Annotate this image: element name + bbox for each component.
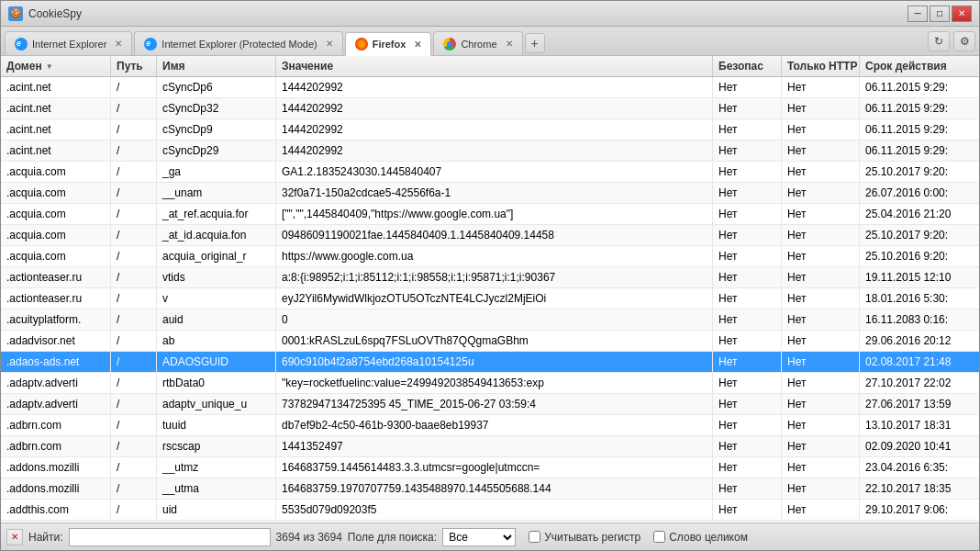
cell-domain: .acint.net — [1, 98, 111, 118]
cell-name: cSyncDp32 — [157, 98, 276, 118]
tab-ie1[interactable]: Internet Explorer ✕ — [5, 31, 132, 55]
table-row[interactable]: .addons.mozilli/__utma164683759.19707077… — [1, 478, 979, 500]
add-tab-button[interactable]: + — [525, 33, 545, 53]
cell-value: 73782947134725395 45_TIME_2015-06-27 03:… — [276, 394, 713, 414]
table-row[interactable]: .acquia.com/__unam32f0a71-150a2cdcae5-42… — [1, 183, 979, 204]
header-expires[interactable]: Срок действия — [860, 56, 979, 76]
whole-word-group: Слово целиком — [653, 531, 748, 544]
cell-expires: 22.10.2017 18:35 — [860, 478, 979, 499]
cell-domain: .acquia.com — [1, 162, 111, 182]
cell-name: tuuid — [157, 415, 276, 435]
cell-httponly: Нет — [782, 246, 860, 266]
cell-httponly: Нет — [782, 204, 860, 224]
table-row[interactable]: .adaptv.adverti/rtbData0"key=rocketfueli… — [1, 373, 979, 394]
cell-expires: 06.11.2015 9:29: — [860, 98, 979, 118]
header-value[interactable]: Значение — [276, 56, 713, 76]
tab-ie2-label: Internet Explorer (Protected Mode) — [161, 39, 317, 50]
tab-ie2[interactable]: Internet Explorer (Protected Mode) ✕ — [134, 31, 342, 55]
whole-word-checkbox[interactable] — [653, 531, 665, 543]
table-row[interactable]: .addons.mozilli/__utmz164683759.14456144… — [1, 457, 979, 478]
find-clear-button[interactable]: ✕ — [6, 529, 23, 545]
cell-name: cSyncDp29 — [157, 141, 276, 161]
cell-secure: Нет — [713, 457, 782, 478]
cell-value: 1444202992 — [276, 98, 713, 118]
cell-secure: Нет — [713, 183, 782, 203]
cell-httponly: Нет — [782, 309, 860, 330]
tab-firefox[interactable]: Firefox ✕ — [345, 32, 432, 56]
cell-value: 0 — [276, 309, 713, 330]
cell-path: / — [111, 141, 157, 161]
table-row[interactable]: .acint.net/cSyncDp291444202992НетНет06.1… — [1, 141, 979, 162]
refresh-button[interactable]: ↻ — [928, 31, 950, 51]
cell-value: eyJ2Yil6MywidWlkjozOTU5OTczNTE4LCJyczl2M… — [276, 288, 713, 309]
cell-value: 32f0a71-150a2cdcae5-42556f6a-1 — [276, 183, 713, 203]
tab-ff-close[interactable]: ✕ — [414, 39, 421, 50]
cell-expires: 25.10.2017 9:20: — [860, 162, 979, 182]
close-button[interactable]: ✕ — [952, 6, 972, 22]
cell-secure: Нет — [713, 500, 782, 520]
header-domain[interactable]: Домен ▼ — [1, 56, 111, 76]
cell-name: uid — [157, 500, 276, 520]
cell-secure: Нет — [713, 162, 782, 182]
header-name[interactable]: Имя — [157, 56, 276, 76]
table-row[interactable]: .acquia.com/acquia_original_rhttps://www… — [1, 246, 979, 267]
tab-ie2-close[interactable]: ✕ — [326, 39, 333, 49]
cell-httponly: Нет — [782, 119, 860, 140]
table-row[interactable]: .acint.net/cSyncDp321444202992НетНет06.1… — [1, 98, 979, 119]
cell-path: / — [111, 246, 157, 266]
cell-expires: 13.10.2017 18:31 — [860, 415, 979, 435]
cell-domain: .adbrn.com — [1, 415, 111, 435]
table-row[interactable]: .acquia.com/_gaGA1.2.1835243030.14458404… — [1, 162, 979, 183]
table-row[interactable]: .adbrn.com/rscscap1441352497НетНет02.09.… — [1, 436, 979, 457]
table-row[interactable]: .actionteaser.ru/vtidsa:8:{i:98952;i:1;i… — [1, 267, 979, 288]
cell-secure: Нет — [713, 331, 782, 351]
case-sensitive-checkbox[interactable] — [529, 531, 540, 543]
maximize-button[interactable]: □ — [930, 6, 950, 22]
cell-name: __utma — [157, 478, 276, 499]
header-httponly[interactable]: Только HTTP — [782, 56, 860, 76]
table-row[interactable]: .acint.net/cSyncDp91444202992НетНет06.11… — [1, 119, 979, 141]
table-row[interactable]: .addthis.com/uid5535d079d09203f5НетНет29… — [1, 500, 979, 521]
search-input[interactable] — [69, 528, 271, 546]
header-path[interactable]: Путь — [111, 56, 157, 76]
table-row[interactable]: .acint.net/cSyncDp61444202992НетНет06.11… — [1, 77, 979, 98]
table-container: Домен ▼ Путь Имя Значение Безопас Только… — [1, 56, 979, 523]
cell-httponly: Нет — [782, 183, 860, 203]
table-row[interactable]: .adaptv.adverti/adaptv_unique_u737829471… — [1, 394, 979, 415]
table-row[interactable]: .acquia.com/_at_id.acquia.fon09486091190… — [1, 225, 979, 246]
cell-domain: .adbrn.com — [1, 436, 111, 456]
cell-expires: 23.04.2016 6:35: — [860, 457, 979, 478]
ie2-icon — [144, 38, 157, 51]
cell-expires: 27.06.2017 13:59 — [860, 394, 979, 414]
window-controls: ─ □ ✕ — [908, 6, 972, 22]
cell-httponly: Нет — [782, 162, 860, 182]
cell-expires: 27.10.2017 22:02 — [860, 373, 979, 393]
cell-secure: Нет — [713, 141, 782, 161]
table-row[interactable]: .actionteaser.ru/veyJ2Yil6MywidWlkjozOTU… — [1, 288, 979, 309]
tab-chrome-close[interactable]: ✕ — [506, 39, 513, 49]
cell-expires: 02.09.2020 10:41 — [860, 436, 979, 456]
cell-path: / — [111, 183, 157, 203]
settings-button[interactable]: ⚙ — [953, 31, 975, 51]
cell-domain: .acint.net — [1, 141, 111, 161]
cell-expires: 25.10.2017 9:20: — [860, 225, 979, 245]
cell-path: / — [111, 352, 157, 372]
cell-path: / — [111, 162, 157, 182]
cell-secure: Нет — [713, 436, 782, 456]
table-row[interactable]: .adaos-ads.net/ADAOSGUID690c910b4f2a8754… — [1, 352, 979, 373]
cell-secure: Нет — [713, 204, 782, 224]
field-select[interactable]: ВсеДоменПутьИмяЗначение — [442, 528, 516, 546]
header-secure[interactable]: Безопас — [713, 56, 782, 76]
minimize-button[interactable]: ─ — [908, 6, 928, 22]
table-body[interactable]: .acint.net/cSyncDp61444202992НетНет06.11… — [1, 77, 979, 523]
table-row[interactable]: .adadvisor.net/ab0001:kRASLzuL6spq7FSLuO… — [1, 331, 979, 352]
tab-ie1-close[interactable]: ✕ — [115, 39, 122, 49]
table-row[interactable]: .acuityplatform./auid0НетНет16.11.2083 0… — [1, 309, 979, 331]
table-row[interactable]: .adbrn.com/tuuiddb7ef9b2-4c50-461b-9300-… — [1, 415, 979, 436]
cell-httponly: Нет — [782, 500, 860, 520]
cell-expires: 18.01.2016 5:30: — [860, 288, 979, 309]
cell-httponly: Нет — [782, 98, 860, 118]
table-row[interactable]: .acquia.com/_at_ref.acquia.for["","",144… — [1, 204, 979, 225]
tab-chrome[interactable]: Chrome ✕ — [433, 31, 522, 55]
cell-expires: 06.11.2015 9:29: — [860, 77, 979, 97]
